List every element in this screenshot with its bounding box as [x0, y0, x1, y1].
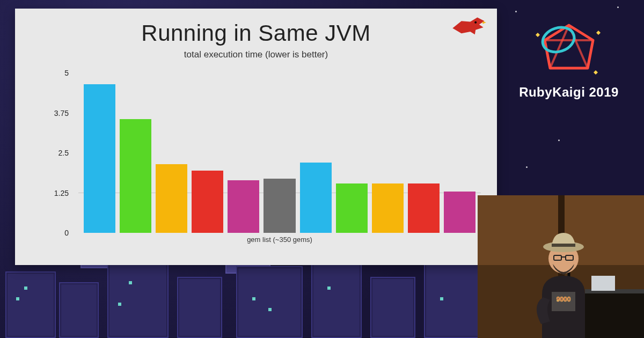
bar	[156, 164, 187, 233]
y-axis: 5 3.75 2.5 1.25 0	[47, 73, 73, 233]
presentation-slide: Running in Same JVM total execution time…	[15, 9, 497, 265]
bar	[444, 192, 475, 233]
y-tick: 5	[47, 69, 69, 77]
svg-rect-24	[552, 244, 575, 247]
svg-marker-6	[536, 33, 540, 37]
bar	[336, 183, 368, 233]
svg-text:9000: 9000	[557, 296, 571, 303]
ruby-gem-icon	[534, 21, 604, 80]
slide-subtitle: total execution time (lower is better)	[15, 49, 497, 60]
svg-marker-7	[596, 31, 601, 35]
plot-area	[78, 73, 481, 233]
svg-rect-12	[585, 289, 644, 338]
y-tick: 0	[47, 229, 69, 237]
conference-branding: RubyKaigi 2019	[510, 21, 628, 100]
bar	[192, 171, 223, 233]
y-tick: 1.25	[47, 189, 69, 197]
x-axis-label: gem list (~350 gems)	[78, 236, 481, 244]
red-bird-icon	[451, 14, 486, 38]
bar	[372, 183, 404, 233]
bar	[300, 163, 332, 233]
bar	[120, 119, 151, 233]
bar	[264, 179, 295, 233]
svg-point-0	[474, 21, 477, 24]
y-tick: 2.5	[47, 149, 69, 157]
bar	[408, 183, 440, 233]
bar	[228, 180, 259, 233]
bar-chart: 5 3.75 2.5 1.25 0 gem list (~350 gems)	[47, 73, 481, 244]
y-tick: 3.75	[47, 109, 69, 117]
svg-marker-8	[594, 70, 598, 75]
conference-title: RubyKaigi 2019	[510, 85, 628, 100]
speaker-camera: 9000	[478, 195, 644, 338]
slide-title: Running in Same JVM	[15, 20, 497, 46]
bar	[84, 84, 115, 233]
svg-rect-14	[591, 276, 615, 291]
bars-container	[84, 73, 475, 233]
